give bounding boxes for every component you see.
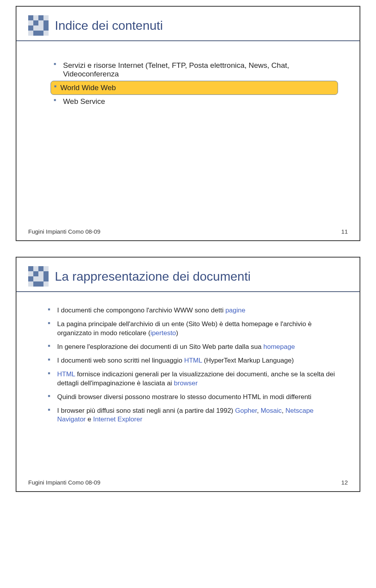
slide-body: I documenti che compongono l'archivio WW… — [16, 292, 360, 462]
list-item: World Wide Web — [51, 81, 338, 95]
list-item: Quindi browser diversi possono mostrare … — [48, 390, 340, 404]
logo-icon — [28, 266, 49, 287]
list-item: Web Service — [54, 95, 338, 108]
slide-footer: Fugini Impianti Como 08-09 12 — [28, 479, 348, 486]
logo-icon — [28, 15, 49, 36]
list-item: I browser più diffusi sono stati negli a… — [48, 404, 340, 427]
slide-1: Indice dei contenuti Servizi e risorse I… — [16, 6, 360, 241]
list-item: I documenti che compongono l'archivio WW… — [48, 304, 340, 318]
list-item: Servizi e risorse Internet (Telnet, FTP,… — [54, 59, 338, 81]
list-item: In genere l'esplorazione dei documenti d… — [48, 340, 340, 354]
slide-list: Servizi e risorse Internet (Telnet, FTP,… — [54, 59, 338, 108]
slide-header: Indice dei contenuti — [16, 7, 360, 41]
slide-2: La rappresentazione dei documenti I docu… — [16, 257, 360, 492]
footer-left: Fugini Impianti Como 08-09 — [28, 228, 100, 235]
footer-page: 12 — [341, 479, 348, 486]
list-item: HTML fornisce indicazioni generali per l… — [48, 368, 340, 390]
slide-header: La rappresentazione dei documenti — [16, 258, 360, 292]
slide-body: Servizi e risorse Internet (Telnet, FTP,… — [16, 41, 360, 143]
slide-title: Indice dei contenuti — [55, 18, 163, 33]
footer-page: 11 — [341, 228, 348, 235]
slide-footer: Fugini Impianti Como 08-09 11 — [28, 228, 348, 235]
list-item: I documenti web sono scritti nel linguag… — [48, 354, 340, 368]
slide-title: La rappresentazione dei documenti — [55, 269, 251, 284]
footer-left: Fugini Impianti Como 08-09 — [28, 479, 100, 486]
slide-list: I documenti che compongono l'archivio WW… — [48, 304, 340, 426]
list-item: La pagina principale dell'archivio di un… — [48, 318, 340, 340]
